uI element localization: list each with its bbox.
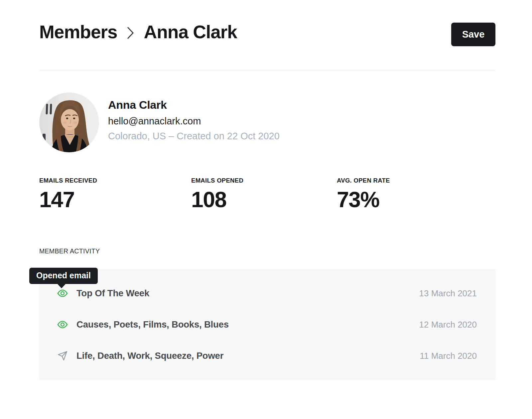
opened-email-tooltip: Opened email — [29, 268, 98, 284]
member-name: Anna Clark — [108, 98, 280, 111]
activity-title: Top Of The Week — [76, 288, 149, 299]
chevron-right-icon — [126, 26, 134, 40]
stat-label: EMAILS RECEIVED — [39, 177, 97, 184]
tooltip-label: Opened email — [36, 271, 91, 280]
member-activity-list: Top Of The Week 13 March 2021 Causes, Po… — [39, 269, 495, 380]
save-button[interactable]: Save — [451, 23, 495, 46]
header-divider — [39, 70, 495, 70]
stat-label: AVG. OPEN RATE — [337, 177, 390, 184]
breadcrumb-member-name: Anna Clark — [144, 21, 237, 44]
stat-label: EMAILS OPENED — [191, 177, 243, 184]
stat-value: 108 — [191, 187, 243, 212]
member-detail-page: Members Anna Clark Save — [0, 0, 532, 419]
activity-date: 12 March 2020 — [419, 320, 477, 330]
eye-icon — [57, 288, 68, 299]
breadcrumb: Members Anna Clark — [39, 21, 237, 44]
stat-value: 147 — [39, 187, 97, 212]
breadcrumb-members-link[interactable]: Members — [39, 21, 117, 44]
tooltip-caret — [57, 284, 66, 288]
member-email: hello@annaclark.com — [108, 116, 280, 127]
activity-title: Life, Death, Work, Squeeze, Power — [76, 350, 223, 361]
send-icon — [57, 350, 68, 361]
eye-icon — [57, 319, 68, 330]
activity-row[interactable]: Life, Death, Work, Squeeze, Power 11 Mar… — [39, 340, 495, 371]
avatar-illustration — [39, 92, 99, 152]
stat-emails-opened: EMAILS OPENED 108 — [191, 177, 243, 212]
activity-date: 13 March 2021 — [419, 288, 477, 299]
profile-info: Anna Clark hello@annaclark.com Colorado,… — [108, 98, 280, 142]
activity-row[interactable]: Causes, Poets, Films, Books, Blues 12 Ma… — [39, 309, 495, 340]
stat-avg-open-rate: AVG. OPEN RATE 73% — [337, 177, 390, 212]
activity-row[interactable]: Top Of The Week 13 March 2021 — [39, 278, 495, 309]
stat-value: 73% — [337, 187, 390, 212]
activity-title: Causes, Poets, Films, Books, Blues — [76, 319, 229, 330]
activity-date: 11 March 2020 — [420, 351, 477, 361]
member-activity-heading: MEMBER ACTIVITY — [39, 247, 100, 255]
stat-emails-received: EMAILS RECEIVED 147 — [39, 177, 97, 212]
member-meta: Colorado, US – Created on 22 Oct 2020 — [108, 131, 280, 142]
avatar — [39, 92, 99, 152]
